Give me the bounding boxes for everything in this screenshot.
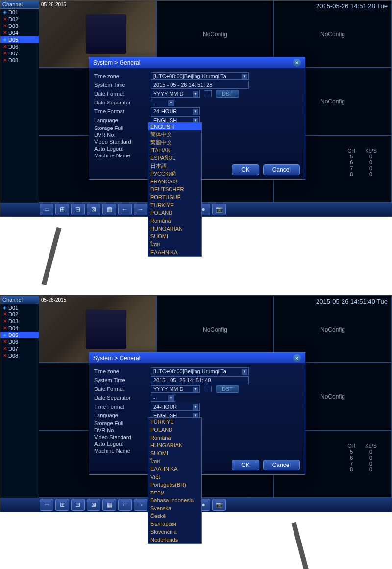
channel-item-D01[interactable]: ◈D01 <box>0 304 39 311</box>
ok-button[interactable]: OK <box>232 460 259 470</box>
label-vstd: Video Standard <box>94 139 147 145</box>
language-option[interactable]: ITALIAN <box>148 146 201 154</box>
language-option[interactable]: Việt <box>148 473 201 481</box>
timefmt-select[interactable]: 24-HOUR▼ <box>151 107 200 115</box>
datefmt-select[interactable]: YYYY MM D▼ <box>151 90 200 98</box>
language-option[interactable]: POLAND <box>148 209 201 217</box>
channel-item-D06[interactable]: ✕D06 <box>0 43 39 50</box>
timefmt-select[interactable]: 24-HOUR▼ <box>151 403 200 411</box>
language-option[interactable]: Bahasa Indonesia <box>148 496 201 504</box>
language-option[interactable]: TÜRKİYE <box>148 418 201 426</box>
channel-item-D01[interactable]: ◈D01 <box>0 9 39 16</box>
language-option[interactable]: HUNGARIAN <box>148 225 201 233</box>
dst-checkbox[interactable] <box>204 90 212 97</box>
channel-item-D04[interactable]: ✕D04 <box>0 29 39 36</box>
language-option[interactable]: ΕΛΛΗΝΙΚΑ <box>148 465 201 473</box>
layout-8-icon[interactable]: ⊟ <box>71 499 85 511</box>
bandwidth-table: CHKb/S 50607080 <box>343 443 382 472</box>
channel-item-D02[interactable]: ✕D02 <box>0 16 39 23</box>
language-dropdown: TÜRKİYEPOLANDRomânăHUNGARIANSUOMIไทยΕΛΛΗ… <box>148 417 202 544</box>
dialog-title: System > General <box>93 59 140 66</box>
timezone-select[interactable]: [UTC+08:00]Beijing,Urumqi,Ta▼ <box>151 367 249 375</box>
channel-item-D07[interactable]: ✕D07 <box>0 50 39 57</box>
language-dropdown: ENGLISH简体中文繁體中文ITALIANESPAÑOL日本語РУССКИЙF… <box>148 122 202 257</box>
channel-item-D02[interactable]: ✕D02 <box>0 311 39 318</box>
channel-item-D04[interactable]: ✕D04 <box>0 325 39 332</box>
language-option[interactable]: DEUTSCHER <box>148 185 201 193</box>
close-icon[interactable]: × <box>293 59 301 67</box>
ok-button[interactable]: OK <box>232 164 259 175</box>
channel-item-D08[interactable]: ✕D08 <box>0 57 39 64</box>
layout-1-icon[interactable]: ▭ <box>40 499 53 511</box>
dst-checkbox[interactable] <box>204 386 212 392</box>
layout-1-icon[interactable]: ▭ <box>40 204 53 215</box>
dst-button[interactable]: DST <box>216 90 239 98</box>
cancel-button[interactable]: Cancel <box>263 164 300 175</box>
layout-4-icon[interactable]: ⊞ <box>55 499 69 511</box>
language-option[interactable]: SUOMI <box>148 449 201 457</box>
language-option[interactable]: Português(BR) <box>148 481 201 489</box>
snapshot-icon[interactable]: 📷 <box>212 204 226 215</box>
language-option[interactable]: Slovenčina <box>148 528 201 536</box>
layout-9-icon[interactable]: ⊠ <box>87 499 100 511</box>
sidebar-title: Channel <box>0 0 39 9</box>
datefmt-select[interactable]: YYYY MM D▼ <box>151 385 200 393</box>
layout-9-icon[interactable]: ⊠ <box>87 204 100 215</box>
language-option[interactable]: SUOMI <box>148 233 201 240</box>
datesep-select[interactable]: -▼ <box>151 394 175 402</box>
language-option[interactable]: 简体中文 <box>148 130 201 138</box>
dvr-screen-1: Channel ◈D01✕D02✕D03✕D04◈D05✕D06✕D07✕D08… <box>0 0 392 217</box>
systime-input[interactable]: 2015 - 05- 26 14: 51: 40 <box>151 376 249 384</box>
label-mname: Machine Name <box>94 153 147 158</box>
clock-display: 2015-05-26 14:51:40 Tue <box>316 298 388 305</box>
close-icon[interactable]: × <box>293 354 301 362</box>
datesep-select[interactable]: -▼ <box>151 99 175 106</box>
language-option[interactable]: 繁體中文 <box>148 138 201 146</box>
channel-item-D08[interactable]: ✕D08 <box>0 352 39 359</box>
language-option[interactable]: HUNGARIAN <box>148 441 201 449</box>
language-option[interactable]: ไทย <box>148 240 201 248</box>
layout-16-icon[interactable]: ▦ <box>102 499 116 511</box>
language-option[interactable]: ENGLISH <box>148 123 201 130</box>
language-option[interactable]: Svenska <box>148 504 201 512</box>
channel-item-D07[interactable]: ✕D07 <box>0 345 39 352</box>
channel-item-D05[interactable]: ◈D05 <box>0 36 39 43</box>
prev-icon[interactable]: ← <box>118 204 132 215</box>
language-option[interactable]: České <box>148 512 201 520</box>
language-option[interactable]: ไทย <box>148 457 201 465</box>
layout-4-icon[interactable]: ⊞ <box>55 204 69 215</box>
language-option[interactable]: Български <box>148 520 201 528</box>
cancel-button[interactable]: Cancel <box>263 460 300 470</box>
channel-item-D03[interactable]: ✕D03 <box>0 23 39 29</box>
channel-sidebar: Channel ◈D01✕D02✕D03✕D04◈D05✕D06✕D07✕D08 <box>0 296 39 512</box>
language-option[interactable]: Română <box>148 434 201 441</box>
language-option[interactable]: ΕΛΛΗΝΙΚΑ <box>148 248 201 256</box>
channel-item-D03[interactable]: ✕D03 <box>0 318 39 325</box>
language-option[interactable]: 日本語 <box>148 162 201 170</box>
channel-item-D06[interactable]: ✕D06 <box>0 338 39 345</box>
settings-dialog: System > General × Time zone[UTC+08:00]B… <box>89 57 305 180</box>
language-option[interactable]: TÜRKİYE <box>148 201 201 209</box>
channel-item-D05[interactable]: ◈D05 <box>0 332 39 338</box>
cam-timestamp: 05-26-2015 <box>41 2 66 7</box>
language-option[interactable]: FRANCAIS <box>148 178 201 185</box>
layout-16-icon[interactable]: ▦ <box>102 204 116 215</box>
layout-8-icon[interactable]: ⊟ <box>71 204 85 215</box>
next-icon[interactable]: → <box>134 499 147 511</box>
systime-input[interactable]: 2015 - 05 - 26 14: 51: 28 <box>151 81 249 89</box>
language-option[interactable]: РУССКИЙ <box>148 170 201 178</box>
language-option[interactable]: Nederlands <box>148 536 201 543</box>
arrow-connector <box>274 522 304 569</box>
dst-button[interactable]: DST <box>216 385 239 393</box>
language-option[interactable]: POLAND <box>148 426 201 434</box>
language-option[interactable]: PORTUGUÊ <box>148 193 201 201</box>
snapshot-icon[interactable]: 📷 <box>212 499 226 511</box>
language-option[interactable]: Română <box>148 217 201 225</box>
timezone-select[interactable]: [UTC+08:00]Beijing,Urumqi,Ta▼ <box>151 72 249 80</box>
prev-icon[interactable]: ← <box>118 499 132 511</box>
language-option[interactable]: עברית <box>148 489 201 496</box>
chevron-down-icon: ▼ <box>242 74 247 79</box>
language-option[interactable]: ESPAÑOL <box>148 154 201 162</box>
next-icon[interactable]: → <box>134 204 147 215</box>
label-datesep: Date Separator <box>94 100 147 105</box>
